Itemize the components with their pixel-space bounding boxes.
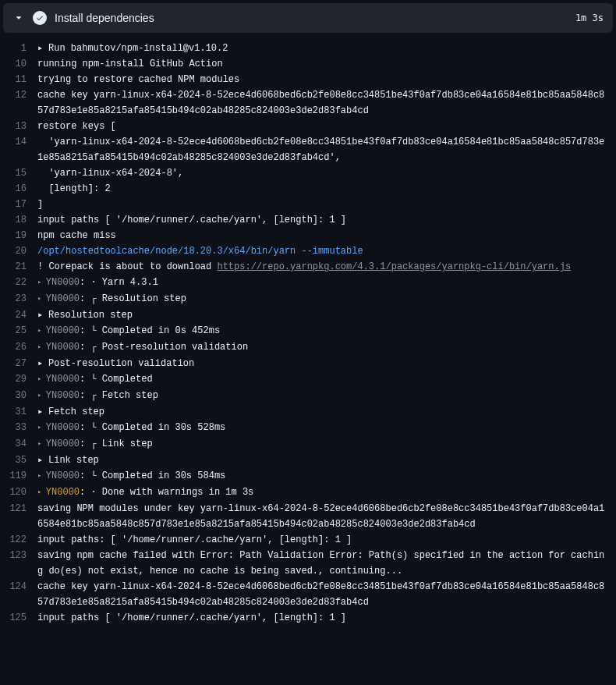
log-line[interactable]: 34▸ YN0000: ┌ Link step: [0, 436, 616, 453]
line-number[interactable]: 124: [0, 579, 37, 594]
line-content: ! Corepack is about to download https://…: [37, 259, 616, 275]
line-content: ▸ Post-resolution validation: [37, 356, 616, 371]
line-content: ▸ Fetch step: [37, 404, 616, 420]
line-number[interactable]: 27: [0, 356, 37, 371]
log-line[interactable]: 31▸ Fetch step: [0, 404, 616, 420]
line-number[interactable]: 125: [0, 610, 37, 626]
line-number[interactable]: 120: [0, 484, 37, 500]
log-segment: ▸: [37, 424, 46, 431]
log-line[interactable]: 19npm cache miss: [0, 228, 616, 243]
line-number[interactable]: 21: [0, 259, 37, 275]
log-line[interactable]: 120▸ YN0000: · Done with warnings in 1m …: [0, 484, 616, 501]
line-number[interactable]: 1: [0, 41, 37, 56]
log-line[interactable]: 16 [length]: 2: [0, 181, 616, 197]
log-line[interactable]: 10running npm-install GitHub Action: [0, 56, 616, 72]
line-number[interactable]: 31: [0, 404, 37, 420]
line-content: input paths [ '/home/runner/.cache/yarn'…: [37, 610, 616, 626]
line-number[interactable]: 17: [0, 197, 37, 212]
log-line[interactable]: 29▸ YN0000: └ Completed: [0, 371, 616, 388]
step-header[interactable]: Install dependencies 1m 3s: [3, 3, 613, 33]
line-number[interactable]: 35: [0, 453, 37, 468]
log-line[interactable]: 125input paths [ '/home/runner/.cache/ya…: [0, 610, 616, 626]
line-number[interactable]: 122: [0, 532, 37, 548]
log-line[interactable]: 15 'yarn-linux-x64-2024-8',: [0, 165, 616, 181]
line-number[interactable]: 33: [0, 420, 37, 435]
line-number[interactable]: 29: [0, 371, 37, 387]
log-line[interactable]: 33▸ YN0000: └ Completed in 30s 528ms: [0, 420, 616, 436]
line-number[interactable]: 16: [0, 181, 37, 197]
line-content: /opt/hostedtoolcache/node/18.20.3/x64/bi…: [37, 243, 616, 259]
line-number[interactable]: 11: [0, 72, 37, 87]
log-line[interactable]: 14 'yarn-linux-x64-2024-8-52ece4d6068bed…: [0, 134, 616, 165]
line-content: ▸ YN0000: └ Completed in 30s 584ms: [37, 468, 616, 484]
log-segment: cache key yarn-linux-x64-2024-8-52ece4d6…: [37, 581, 604, 608]
line-content: running npm-install GitHub Action: [37, 56, 616, 72]
log-line[interactable]: 123saving npm cache failed with Error: P…: [0, 548, 616, 579]
log-segment: YN0000: [46, 487, 80, 498]
line-number[interactable]: 23: [0, 291, 37, 307]
log-segment: ▸: [37, 41, 48, 56]
line-content: ▸ YN0000: ┌ Resolution step: [37, 291, 616, 307]
log-line[interactable]: 1▸ Run bahmutov/npm-install@v1.10.2: [0, 41, 616, 56]
line-number[interactable]: 13: [0, 119, 37, 134]
line-content: ▸ YN0000: └ Completed: [37, 371, 616, 388]
log-line[interactable]: 124cache key yarn-linux-x64-2024-8-52ece…: [0, 579, 616, 610]
line-number[interactable]: 121: [0, 501, 37, 516]
line-number[interactable]: 10: [0, 56, 37, 72]
log-segment: ▸: [37, 453, 48, 468]
line-number[interactable]: 20: [0, 243, 37, 259]
line-number[interactable]: 26: [0, 339, 37, 355]
log-line[interactable]: 17]: [0, 197, 616, 212]
log-line[interactable]: 22▸ YN0000: · Yarn 4.3.1: [0, 275, 616, 291]
log-segment: ▸: [37, 375, 46, 383]
line-number[interactable]: 18: [0, 212, 37, 228]
log-line[interactable]: 21! Corepack is about to download https:…: [0, 259, 616, 275]
line-content: trying to restore cached NPM modules: [37, 72, 616, 87]
log-line[interactable]: 35▸ Link step: [0, 453, 616, 468]
log-line[interactable]: 30▸ YN0000: ┌ Fetch step: [0, 388, 616, 404]
log-segment: : └ Completed in 0s 452ms: [80, 325, 220, 336]
line-number[interactable]: 25: [0, 323, 37, 339]
line-number[interactable]: 22: [0, 275, 37, 290]
log-segment: YN0000: [46, 325, 80, 336]
log-segment: running npm-install GitHub Action: [37, 59, 223, 69]
line-content: ▸ YN0000: └ Completed in 30s 528ms: [37, 420, 616, 436]
log-line[interactable]: 121saving NPM modules under key yarn-lin…: [0, 501, 616, 532]
log-segment: ▸: [37, 488, 46, 496]
log-line[interactable]: 23▸ YN0000: ┌ Resolution step: [0, 291, 616, 307]
log-output[interactable]: 1▸ Run bahmutov/npm-install@v1.10.210run…: [0, 33, 616, 626]
log-line[interactable]: 27▸ Post-resolution validation: [0, 356, 616, 371]
log-segment: ▸: [37, 343, 46, 351]
line-number[interactable]: 119: [0, 468, 37, 484]
log-segment: saving npm cache failed with Error: Path…: [37, 550, 604, 577]
log-segment: Run bahmutov/npm-install@v1.10.2: [48, 43, 228, 54]
line-number[interactable]: 15: [0, 165, 37, 181]
line-number[interactable]: 30: [0, 388, 37, 403]
log-line[interactable]: 119▸ YN0000: └ Completed in 30s 584ms: [0, 468, 616, 484]
log-segment[interactable]: https://repo.yarnpkg.com/4.3.1/packages/…: [217, 261, 571, 272]
log-line[interactable]: 25▸ YN0000: └ Completed in 0s 452ms: [0, 323, 616, 339]
log-segment: 'yarn-linux-x64-2024-8',: [37, 168, 183, 179]
line-number[interactable]: 14: [0, 134, 37, 150]
log-line[interactable]: 122input paths: [ '/home/runner/.cache/y…: [0, 532, 616, 548]
line-content: npm cache miss: [37, 228, 616, 243]
log-line[interactable]: 24▸ Resolution step: [0, 307, 616, 323]
log-line[interactable]: 13restore keys [: [0, 119, 616, 134]
log-segment: : · Yarn 4.3.1: [80, 277, 158, 288]
line-number[interactable]: 123: [0, 548, 37, 563]
line-number[interactable]: 12: [0, 87, 37, 103]
line-content: ▸ YN0000: └ Completed in 0s 452ms: [37, 323, 616, 339]
line-number[interactable]: 24: [0, 307, 37, 323]
log-line[interactable]: 20/opt/hostedtoolcache/node/18.20.3/x64/…: [0, 243, 616, 259]
line-number[interactable]: 19: [0, 228, 37, 243]
log-line[interactable]: 18input paths [ '/home/runner/.cache/yar…: [0, 212, 616, 228]
chevron-down-icon[interactable]: [12, 12, 25, 24]
log-line[interactable]: 12cache key yarn-linux-x64-2024-8-52ece4…: [0, 87, 616, 119]
line-number[interactable]: 34: [0, 436, 37, 452]
log-segment: YN0000: [46, 277, 80, 288]
log-line[interactable]: 26▸ YN0000: ┌ Post-resolution validation: [0, 339, 616, 356]
log-segment: ▸: [37, 472, 46, 480]
log-line[interactable]: 11trying to restore cached NPM modules: [0, 72, 616, 87]
log-segment: Resolution step: [48, 310, 133, 321]
line-content: 'yarn-linux-x64-2024-8',: [37, 165, 616, 181]
